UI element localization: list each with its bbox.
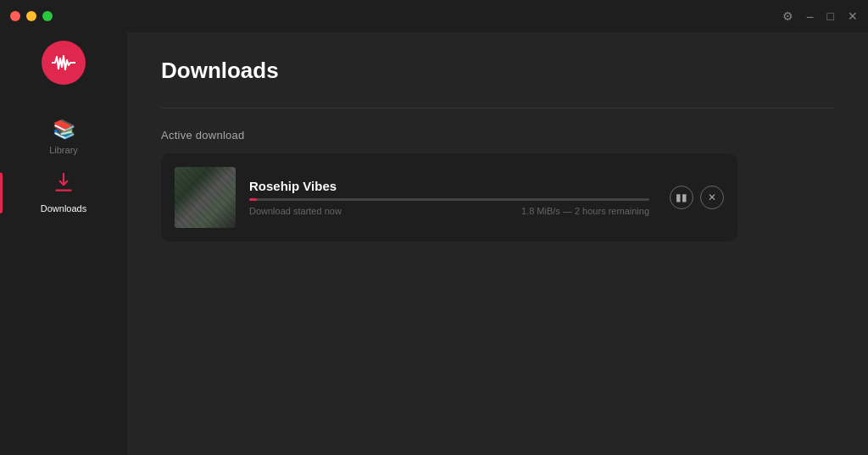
progress-bar-track: [249, 198, 649, 201]
main-content: Downloads Active download Rosehip Vibes …: [127, 32, 868, 455]
restore-icon[interactable]: □: [827, 9, 834, 23]
section-divider: [161, 108, 834, 108]
close-icon[interactable]: ✕: [848, 9, 858, 23]
section-heading-active: Active download: [161, 129, 834, 141]
download-card: Rosehip Vibes Download started now 1.8 M…: [161, 153, 737, 241]
cancel-button[interactable]: ✕: [700, 186, 724, 209]
minimize-button[interactable]: [26, 11, 36, 21]
sidebar: 📚 Library Downloads: [0, 32, 127, 455]
download-info: Rosehip Vibes Download started now 1.8 M…: [249, 179, 649, 216]
download-status-start: Download started now: [249, 206, 342, 216]
close-button[interactable]: [10, 11, 20, 21]
settings-icon[interactable]: ⚙: [782, 9, 793, 23]
titlebar: ⚙ – □ ✕: [0, 0, 868, 32]
album-art: [175, 167, 236, 228]
progress-bar-fill: [249, 198, 257, 201]
sidebar-item-library[interactable]: 📚 Library: [0, 110, 127, 164]
sidebar-item-downloads[interactable]: Downloads: [0, 164, 127, 222]
pause-button[interactable]: ▮▮: [670, 186, 693, 209]
download-actions: ▮▮ ✕: [670, 186, 724, 209]
titlebar-actions: ⚙ – □ ✕: [782, 9, 858, 23]
window-controls: [10, 11, 53, 21]
sidebar-item-downloads-label: Downloads: [41, 203, 86, 214]
minimize-icon[interactable]: –: [807, 9, 814, 23]
library-icon: 📚: [53, 119, 75, 141]
download-title: Rosehip Vibes: [249, 179, 649, 193]
maximize-button[interactable]: [42, 11, 53, 21]
download-icon: [53, 172, 75, 199]
page-title: Downloads: [161, 58, 834, 84]
waveform-icon: [52, 51, 75, 75]
cancel-icon: ✕: [708, 191, 716, 203]
app-logo[interactable]: [42, 41, 86, 85]
download-status-speed: 1.8 MiB/s — 2 hours remaining: [521, 206, 649, 216]
app-body: 📚 Library Downloads Downloads Active dow…: [0, 32, 868, 455]
sidebar-item-library-label: Library: [49, 145, 78, 155]
pause-icon: ▮▮: [676, 191, 687, 203]
download-meta: Download started now 1.8 MiB/s — 2 hours…: [249, 206, 649, 216]
album-art-image: [175, 167, 236, 228]
